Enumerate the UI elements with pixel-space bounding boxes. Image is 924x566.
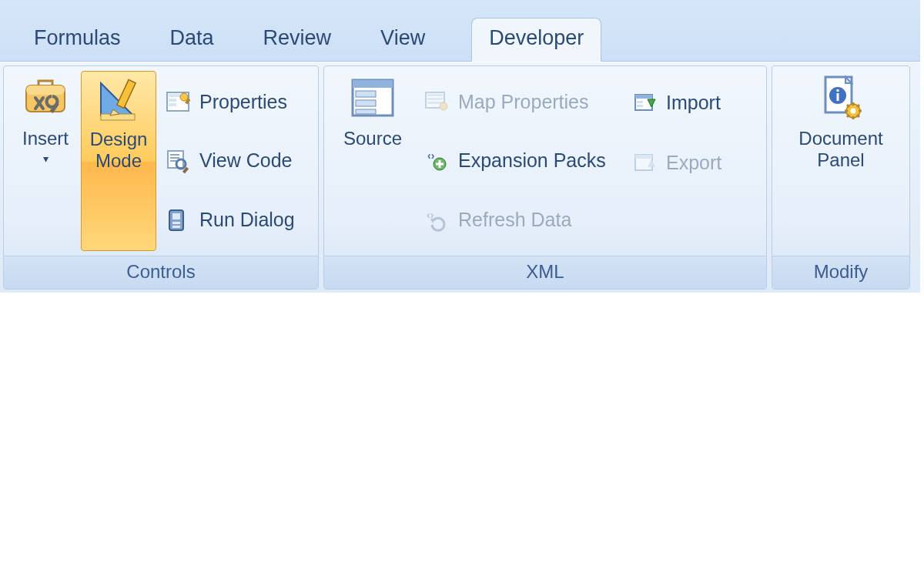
svg-point-32 <box>440 102 447 110</box>
group-xml: Source Map Proper <box>323 65 767 290</box>
svg-rect-20 <box>172 213 180 219</box>
view-code-button[interactable]: View Code <box>159 144 300 178</box>
expansion-packs-icon: ‹› <box>423 147 450 175</box>
svg-rect-30 <box>427 98 443 100</box>
run-dialog-button[interactable]: Run Dialog <box>159 203 300 237</box>
import-icon <box>631 89 658 116</box>
map-properties-button[interactable]: Map Properties <box>418 85 620 119</box>
developer-ribbon: Formulas Data Review View Developer <box>0 0 920 293</box>
export-button[interactable]: Export <box>626 146 751 179</box>
svg-rect-21 <box>172 222 180 224</box>
import-label: Import <box>666 92 721 114</box>
source-icon <box>348 74 397 123</box>
run-dialog-icon <box>164 206 192 234</box>
insert-button[interactable]: Insert ▾ <box>10 71 81 251</box>
document-panel-label: Document Panel <box>798 128 882 170</box>
group-modify-label: Modify <box>772 256 909 289</box>
export-icon <box>631 149 658 176</box>
tab-data[interactable]: Data <box>167 18 217 61</box>
group-xml-label: XML <box>324 256 766 289</box>
document-panel-button[interactable]: Document Panel <box>779 71 902 251</box>
svg-rect-25 <box>356 91 376 97</box>
map-properties-icon <box>423 88 450 116</box>
expansion-packs-label: Expansion Packs <box>458 149 606 172</box>
group-controls: Insert ▾ D <box>3 65 319 290</box>
svg-rect-45 <box>635 155 652 159</box>
svg-marker-38 <box>430 219 435 223</box>
svg-rect-51 <box>837 93 839 101</box>
view-code-label: View Code <box>199 149 292 172</box>
svg-rect-9 <box>169 99 176 102</box>
tab-review[interactable]: Review <box>260 18 335 61</box>
ribbon-body: Insert ▾ D <box>0 62 920 293</box>
svg-rect-22 <box>172 226 180 228</box>
design-mode-button[interactable]: Design Mode <box>81 71 156 251</box>
ribbon-tabstrip: Formulas Data Review View Developer <box>0 0 920 62</box>
svg-rect-26 <box>356 100 376 106</box>
expansion-packs-button[interactable]: ‹› Expansion Packs <box>418 144 620 178</box>
group-modify: Document Panel Modify <box>772 65 910 290</box>
source-label: Source <box>343 128 402 149</box>
toolbox-icon <box>21 74 70 123</box>
tab-developer[interactable]: Developer <box>471 18 601 62</box>
refresh-data-button[interactable]: ‹› Refresh Data <box>418 203 620 237</box>
svg-line-58 <box>847 105 849 107</box>
document-panel-icon <box>816 74 865 123</box>
svg-rect-50 <box>837 89 839 92</box>
tab-formulas[interactable]: Formulas <box>31 18 124 61</box>
insert-label: Insert <box>22 128 69 149</box>
properties-label: Properties <box>199 91 287 113</box>
svg-line-61 <box>847 115 849 117</box>
svg-rect-27 <box>356 109 376 114</box>
svg-rect-40 <box>635 95 652 99</box>
svg-rect-10 <box>169 103 176 106</box>
refresh-data-label: Refresh Data <box>458 209 571 231</box>
dropdown-icon: ▾ <box>43 152 49 165</box>
svg-line-59 <box>857 115 859 117</box>
svg-line-60 <box>857 105 859 107</box>
design-mode-icon <box>94 75 143 124</box>
source-button[interactable]: Source <box>330 71 415 251</box>
svg-point-53 <box>851 109 856 114</box>
properties-button[interactable]: Properties <box>159 85 300 119</box>
refresh-data-icon: ‹› <box>423 206 450 234</box>
svg-point-11 <box>180 93 188 101</box>
svg-rect-29 <box>427 94 443 96</box>
svg-rect-1 <box>26 85 65 95</box>
group-controls-label: Controls <box>4 256 318 289</box>
svg-rect-24 <box>353 80 393 88</box>
tab-view[interactable]: View <box>377 18 428 61</box>
map-properties-label: Map Properties <box>458 91 589 113</box>
svg-rect-42 <box>637 105 643 107</box>
import-button[interactable]: Import <box>626 85 751 119</box>
svg-rect-41 <box>637 101 643 103</box>
svg-rect-5 <box>117 80 136 109</box>
svg-rect-4 <box>101 114 135 120</box>
properties-icon <box>164 88 192 116</box>
export-label: Export <box>666 152 721 174</box>
svg-text:‹›: ‹› <box>427 149 435 162</box>
design-mode-label: Design Mode <box>90 129 148 171</box>
view-code-icon <box>164 147 192 175</box>
run-dialog-label: Run Dialog <box>199 209 295 231</box>
